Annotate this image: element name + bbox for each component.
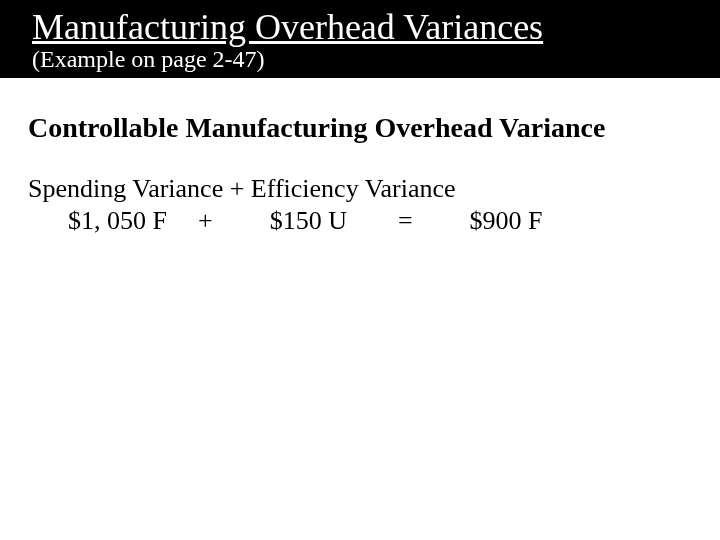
formula-operator-plus: + — [198, 206, 213, 236]
formula-operator-equals: = — [398, 206, 413, 236]
formula-left-value: $1, 050 F — [68, 206, 167, 236]
formula-mid-value: $150 U — [270, 206, 347, 236]
slide-content: Controllable Manufacturing Overhead Vari… — [0, 78, 720, 236]
formula-values: $1, 050 F + $150 U = $900 F — [28, 206, 692, 236]
formula-right-value: $900 F — [470, 206, 543, 236]
slide-subtitle: (Example on page 2-47) — [0, 46, 720, 72]
section-heading: Controllable Manufacturing Overhead Vari… — [28, 112, 692, 144]
slide-title: Manufacturing Overhead Variances — [0, 8, 720, 48]
formula-label: Spending Variance + Efficiency Variance — [28, 174, 692, 204]
slide-header: Manufacturing Overhead Variances (Exampl… — [0, 0, 720, 78]
